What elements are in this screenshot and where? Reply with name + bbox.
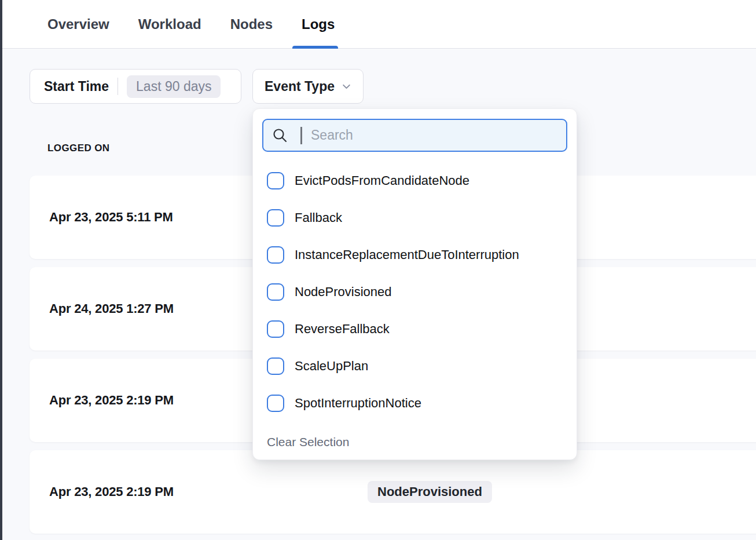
event-type-dropdown-panel: EvictPodsFromCandidateNode Fallback Inst… bbox=[252, 108, 577, 460]
active-tab-indicator bbox=[292, 46, 338, 49]
option-label: SpotInterruptionNotice bbox=[295, 396, 421, 411]
option-checkbox[interactable] bbox=[267, 172, 284, 189]
text-cursor bbox=[300, 127, 302, 144]
option-label: EvictPodsFromCandidateNode bbox=[295, 173, 469, 188]
dropdown-search-box bbox=[262, 119, 567, 152]
event-type-option[interactable]: InstanceReplacementDueToInterruption bbox=[253, 236, 577, 273]
event-type-badge: NodeProvisioned bbox=[368, 481, 492, 503]
tab-logs[interactable]: Logs bbox=[302, 0, 335, 49]
option-checkbox[interactable] bbox=[267, 283, 284, 301]
event-type-option[interactable]: EvictPodsFromCandidateNode bbox=[253, 162, 577, 199]
event-type-option-list: EvictPodsFromCandidateNode Fallback Inst… bbox=[253, 162, 577, 422]
start-time-value-pill: Last 90 days bbox=[127, 75, 221, 98]
start-time-label: Start Time bbox=[44, 79, 109, 94]
clear-selection-button[interactable]: Clear Selection bbox=[267, 435, 349, 449]
sidebar-edge-strip bbox=[0, 0, 2, 540]
logged-on-value: Apr 23, 2025 2:19 PM bbox=[49, 359, 174, 442]
logged-on-value: Apr 23, 2025 2:19 PM bbox=[49, 450, 174, 534]
log-row[interactable]: Apr 23, 2025 2:19 PM NodeProvisioned bbox=[30, 450, 756, 534]
logged-on-value: Apr 23, 2025 5:11 PM bbox=[49, 176, 173, 259]
event-type-option[interactable]: SpotInterruptionNotice bbox=[253, 385, 577, 422]
option-label: InstanceReplacementDueToInterruption bbox=[295, 247, 519, 262]
tab-overview[interactable]: Overview bbox=[47, 0, 109, 49]
tab-logs-label: Logs bbox=[302, 16, 335, 32]
tab-workload[interactable]: Workload bbox=[138, 0, 201, 49]
option-checkbox[interactable] bbox=[267, 395, 284, 412]
event-type-label: Event Type bbox=[265, 79, 335, 94]
start-time-filter-button[interactable]: Start Time Last 90 days bbox=[30, 69, 241, 104]
logged-on-value: Apr 24, 2025 1:27 PM bbox=[49, 267, 174, 351]
event-type-filter-button[interactable]: Event Type bbox=[252, 69, 364, 104]
tab-bar: Overview Workload Nodes Logs bbox=[2, 0, 756, 49]
option-checkbox[interactable] bbox=[267, 320, 284, 338]
option-label: Fallback bbox=[295, 210, 342, 225]
option-label: ReverseFallback bbox=[295, 322, 390, 337]
column-header-logged-on: LOGGED ON bbox=[47, 143, 110, 154]
option-checkbox[interactable] bbox=[267, 357, 284, 375]
event-type-option[interactable]: ReverseFallback bbox=[253, 311, 577, 348]
search-icon bbox=[272, 127, 288, 143]
tab-nodes[interactable]: Nodes bbox=[230, 0, 273, 49]
option-checkbox[interactable] bbox=[267, 246, 284, 264]
option-label: ScaleUpPlan bbox=[295, 359, 368, 374]
option-checkbox[interactable] bbox=[267, 209, 284, 227]
option-label: NodeProvisioned bbox=[295, 284, 392, 300]
chevron-down-icon bbox=[342, 82, 351, 92]
event-type-option[interactable]: NodeProvisioned bbox=[253, 273, 577, 311]
event-type-option[interactable]: Fallback bbox=[253, 199, 577, 236]
event-type-option[interactable]: ScaleUpPlan bbox=[253, 348, 577, 385]
filter-divider bbox=[118, 78, 118, 95]
search-input[interactable] bbox=[310, 127, 557, 143]
